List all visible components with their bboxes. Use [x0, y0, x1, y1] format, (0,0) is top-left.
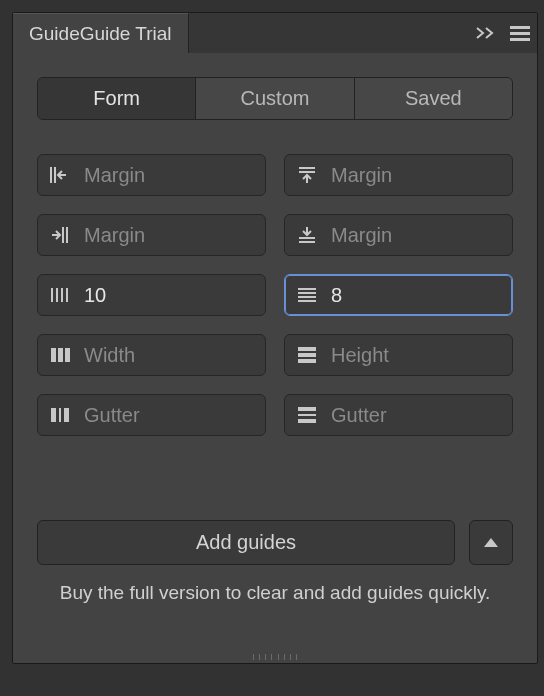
row-gutter-placeholder: Gutter [331, 404, 502, 427]
svg-rect-13 [61, 288, 63, 302]
guideguide-panel: GuideGuide Trial Form Custom Sa [12, 12, 538, 664]
column-gutter-field[interactable]: Gutter [37, 394, 266, 436]
columns-value: 10 [84, 284, 255, 307]
margin-left-field[interactable]: Margin [37, 154, 266, 196]
svg-rect-17 [298, 296, 316, 298]
margin-left-icon [48, 165, 78, 185]
expand-options-button[interactable] [469, 520, 513, 565]
flyout-menu-icon[interactable] [503, 13, 537, 53]
row-gutter-field[interactable]: Gutter [284, 394, 513, 436]
svg-rect-9 [299, 237, 315, 239]
margin-right-icon [48, 225, 78, 245]
svg-rect-10 [299, 241, 315, 243]
svg-rect-14 [66, 288, 68, 302]
column-width-field[interactable]: Width [37, 334, 266, 376]
tab-saved[interactable]: Saved [355, 78, 512, 119]
svg-rect-3 [50, 167, 52, 183]
svg-rect-18 [298, 300, 316, 302]
column-width-icon [48, 345, 78, 365]
svg-rect-2 [510, 38, 530, 41]
svg-rect-28 [298, 407, 316, 411]
margin-top-field[interactable]: Margin [284, 154, 513, 196]
collapse-icon[interactable] [469, 13, 503, 53]
svg-rect-30 [298, 419, 316, 423]
margin-bottom-icon [295, 225, 325, 245]
svg-rect-4 [54, 167, 56, 183]
svg-rect-20 [58, 348, 63, 362]
chevron-up-icon [484, 538, 498, 547]
svg-rect-11 [51, 288, 53, 302]
svg-rect-8 [66, 227, 68, 243]
svg-rect-1 [510, 32, 530, 35]
svg-rect-26 [59, 408, 61, 422]
svg-rect-29 [298, 414, 316, 416]
resize-gripper[interactable] [253, 654, 297, 660]
tab-custom[interactable]: Custom [196, 78, 354, 119]
title-bar: GuideGuide Trial [13, 13, 537, 53]
rows-icon [295, 285, 325, 305]
svg-rect-16 [298, 292, 316, 294]
tab-form[interactable]: Form [38, 78, 196, 119]
column-gutter-icon [48, 405, 78, 425]
panel-title: GuideGuide Trial [13, 13, 189, 53]
svg-rect-15 [298, 288, 316, 290]
margin-bottom-field[interactable]: Margin [284, 214, 513, 256]
margin-right-field[interactable]: Margin [37, 214, 266, 256]
rows-field[interactable]: 8 [284, 274, 513, 316]
svg-rect-5 [299, 167, 315, 169]
columns-icon [48, 285, 78, 305]
svg-rect-19 [51, 348, 56, 362]
margin-bottom-placeholder: Margin [331, 224, 502, 247]
svg-rect-12 [56, 288, 58, 302]
svg-rect-27 [64, 408, 69, 422]
margin-left-placeholder: Margin [84, 164, 255, 187]
row-height-field[interactable]: Height [284, 334, 513, 376]
margin-right-placeholder: Margin [84, 224, 255, 247]
mode-tabs: Form Custom Saved [37, 77, 513, 120]
width-placeholder: Width [84, 344, 255, 367]
rows-value: 8 [331, 284, 502, 307]
svg-rect-0 [510, 26, 530, 29]
row-height-icon [295, 345, 325, 365]
column-gutter-placeholder: Gutter [84, 404, 255, 427]
row-gutter-icon [295, 405, 325, 425]
svg-rect-25 [51, 408, 56, 422]
margin-top-placeholder: Margin [331, 164, 502, 187]
svg-rect-6 [299, 171, 315, 173]
add-guides-button[interactable]: Add guides [37, 520, 455, 565]
svg-rect-23 [298, 353, 316, 357]
svg-rect-22 [298, 347, 316, 351]
columns-field[interactable]: 10 [37, 274, 266, 316]
svg-rect-7 [62, 227, 64, 243]
height-placeholder: Height [331, 344, 502, 367]
trial-message: Buy the full version to clear and add gu… [37, 579, 513, 608]
margin-top-icon [295, 165, 325, 185]
svg-rect-21 [65, 348, 70, 362]
svg-rect-24 [298, 359, 316, 363]
